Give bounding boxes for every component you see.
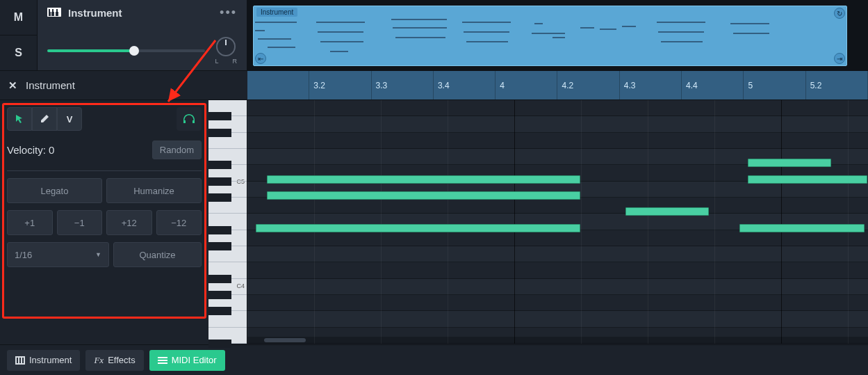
black-key[interactable] (208, 275, 231, 283)
overview-note (466, 41, 508, 42)
pan-control[interactable]: L R (215, 37, 237, 65)
ruler-tick: 4.4 (682, 71, 744, 99)
fx-icon: Fx (94, 355, 104, 366)
grid-row (247, 328, 868, 344)
list-icon (158, 356, 167, 365)
grid-vline (581, 100, 582, 344)
overview-note (580, 27, 594, 29)
grid-row (247, 198, 868, 214)
chevron-down-icon: ▼ (95, 251, 101, 258)
main-area: V Velocity: 0 Random Legato Humanize +1 … (0, 100, 868, 344)
headphones-icon[interactable] (177, 107, 202, 131)
time-ruler[interactable]: 3.23.33.444.24.34.455.2 (247, 71, 868, 99)
black-key[interactable] (208, 112, 231, 120)
piano-keyboard[interactable]: C5 C4 (208, 100, 247, 344)
bottom-tabs: Instrument Fx Effects MIDI Editor (0, 344, 868, 375)
pan-knob[interactable] (216, 37, 236, 56)
black-key[interactable] (208, 291, 231, 299)
volume-thumb[interactable] (129, 46, 139, 56)
solo-button[interactable]: S (0, 35, 37, 70)
more-icon[interactable]: ••• (220, 6, 237, 20)
tab-effects[interactable]: Fx Effects (85, 350, 143, 371)
quantize-value-select[interactable]: 1/16 ▼ (7, 242, 109, 267)
overview-note (661, 41, 703, 42)
grid-vline (448, 100, 448, 344)
overview-note (258, 38, 291, 40)
clip-label: Instrument (256, 8, 297, 17)
black-key[interactable] (208, 307, 231, 315)
transpose-down12-button[interactable]: −12 (156, 210, 202, 235)
grid-row (247, 295, 868, 311)
midi-note[interactable] (748, 159, 831, 167)
grid-row (247, 262, 868, 278)
humanize-button[interactable]: Humanize (106, 178, 202, 203)
black-key[interactable] (208, 340, 231, 348)
grid-vline (848, 100, 849, 344)
overview-note (316, 22, 365, 23)
tab-effects-label: Effects (108, 355, 136, 365)
overview-note (730, 23, 769, 24)
legato-button[interactable]: Legato (7, 178, 102, 203)
midi-note[interactable] (256, 224, 580, 232)
editor-title: Instrument (26, 79, 75, 91)
divider (7, 170, 202, 171)
overview-note (320, 41, 363, 42)
midi-note[interactable] (625, 207, 709, 216)
pan-right-label: R (233, 58, 238, 65)
grid-row (247, 230, 868, 246)
midi-note[interactable] (739, 224, 865, 232)
overview-note (600, 29, 616, 30)
overview-note (255, 22, 297, 23)
overview-note (534, 23, 543, 24)
quantize-button[interactable]: Quantize (113, 242, 202, 267)
ruler-tick (247, 71, 309, 99)
overview-note (552, 37, 565, 38)
quantize-value: 1/16 (15, 250, 32, 260)
midi-note[interactable] (748, 175, 867, 184)
clip-overview[interactable]: Instrument ↻ ⇤ ⇥ (247, 0, 868, 70)
close-icon[interactable]: ✕ (8, 79, 17, 92)
transpose-up1-button[interactable]: +1 (7, 210, 53, 235)
black-key[interactable] (208, 242, 231, 250)
midi-note[interactable] (267, 175, 580, 184)
grid-icon (15, 356, 25, 365)
black-key[interactable] (208, 226, 231, 234)
ruler-tick: 5 (744, 71, 805, 99)
overview-note (255, 30, 265, 31)
random-button[interactable]: Random (152, 141, 202, 159)
ruler-tick: 4 (496, 71, 557, 99)
grid-vline (648, 100, 648, 344)
mute-button[interactable]: M (0, 0, 37, 35)
velocity-tool[interactable]: V (57, 107, 82, 131)
overview-note (393, 27, 447, 29)
track-header: Instrument ••• L R (38, 0, 247, 70)
black-key[interactable] (208, 161, 231, 169)
transpose-up12-button[interactable]: +12 (106, 210, 152, 235)
grid-vline (247, 100, 248, 344)
midi-note[interactable] (267, 191, 580, 200)
black-key[interactable] (208, 129, 231, 137)
black-key[interactable] (208, 177, 231, 186)
volume-slider[interactable] (47, 49, 205, 52)
tab-instrument[interactable]: Instrument (7, 350, 80, 371)
tab-midi-editor[interactable]: MIDI Editor (149, 350, 225, 371)
top-strip: M S Instrument ••• L R Instrument (0, 0, 868, 71)
tool-panel: V Velocity: 0 Random Legato Humanize +1 … (0, 100, 208, 344)
refresh-icon[interactable]: ↻ (834, 8, 845, 19)
pencil-tool[interactable] (32, 107, 57, 131)
velocity-label: Velocity: 0 (7, 144, 54, 156)
tab-midi-label: MIDI Editor (172, 355, 217, 365)
ruler-tick: 3.3 (372, 71, 434, 99)
piano-roll-grid[interactable] (247, 100, 868, 344)
tab-instrument-label: Instrument (29, 355, 72, 365)
clip-end-handle[interactable]: ⇥ (834, 53, 845, 64)
transpose-down1-button[interactable]: −1 (57, 210, 103, 235)
ruler-tick: 4.2 (557, 71, 619, 99)
overview-note (733, 33, 769, 34)
black-key[interactable] (208, 193, 231, 202)
clip-start-handle[interactable]: ⇤ (255, 53, 266, 64)
ruler-tick: 3.2 (309, 71, 371, 99)
overview-clip[interactable]: Instrument ↻ ⇤ ⇥ (253, 6, 847, 66)
pointer-tool[interactable] (7, 107, 32, 131)
mute-solo-column: M S (0, 0, 38, 70)
